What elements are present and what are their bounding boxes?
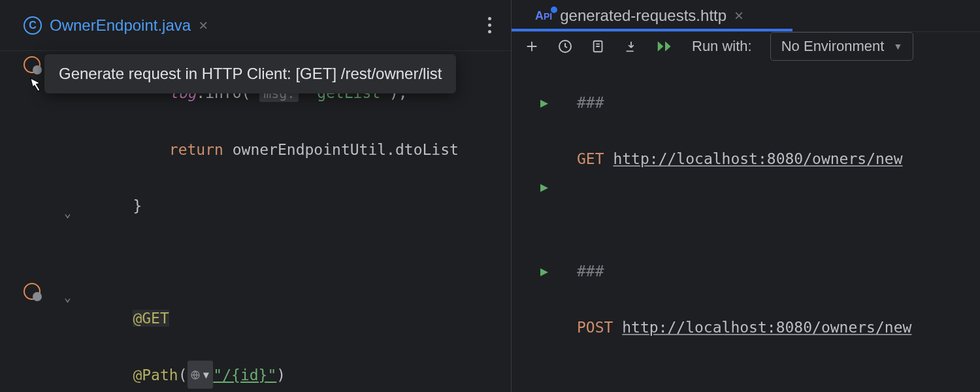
close-icon[interactable]: × bbox=[199, 16, 208, 35]
http-code-area[interactable]: ### GET http://localhost:8080/owners/new… bbox=[577, 61, 980, 392]
run-request-button[interactable]: ▶ bbox=[540, 257, 548, 286]
code-line bbox=[97, 248, 511, 276]
history-button[interactable] bbox=[557, 39, 573, 54]
code-line: ### bbox=[577, 89, 980, 117]
fold-gutter: ⌄ ⌄ bbox=[51, 51, 90, 392]
code-line: POST http://localhost:8080/owners/new bbox=[577, 314, 980, 342]
tab-title: generated-requests.http bbox=[560, 7, 727, 25]
java-class-icon: C bbox=[24, 16, 42, 35]
http-api-icon: API bbox=[535, 9, 552, 23]
code-area[interactable]: log.info( msg: "getList"); return ownerE… bbox=[90, 51, 511, 392]
left-tab-bar: C OwnerEndpoint.java × bbox=[0, 0, 511, 51]
code-line: return ownerEndpointUtil.dtoList bbox=[97, 136, 511, 164]
close-icon[interactable]: × bbox=[734, 7, 743, 25]
gutter-tooltip: Generate request in HTTP Client: [GET] /… bbox=[44, 54, 456, 93]
gutter bbox=[0, 51, 51, 392]
tab-title: OwnerEndpoint.java bbox=[50, 16, 191, 35]
right-editor-pane: API generated-requests.http × Run with: … bbox=[512, 0, 980, 392]
java-editor[interactable]: ⌄ ⌄ log.info( msg: "getList"); return ow… bbox=[0, 51, 511, 392]
code-line bbox=[577, 201, 980, 229]
chevron-down-icon[interactable]: ⌄ bbox=[64, 283, 71, 311]
code-line: ### bbox=[577, 257, 980, 286]
endpoint-gutter-icon[interactable] bbox=[24, 56, 41, 73]
code-line bbox=[577, 370, 980, 392]
endpoint-gutter-icon[interactable] bbox=[24, 283, 41, 300]
run-with-label: Run with: bbox=[692, 38, 752, 55]
chevron-down-icon: ▼ bbox=[893, 41, 902, 52]
import-button[interactable] bbox=[624, 39, 638, 54]
environment-select[interactable]: No Environment ▼ bbox=[770, 32, 914, 61]
left-editor-pane: C OwnerEndpoint.java × ⌄ ⌄ log.info( msg… bbox=[0, 0, 512, 392]
right-tab-bar: API generated-requests.http × bbox=[512, 0, 980, 32]
http-editor[interactable]: ▶ ▶ ▶ ### GET http://localhost:8080/owne… bbox=[512, 61, 980, 392]
examples-button[interactable] bbox=[591, 39, 606, 54]
tab-options-menu[interactable] bbox=[488, 17, 491, 33]
code-line: @GET bbox=[97, 304, 511, 333]
active-tab-indicator bbox=[512, 29, 792, 31]
url-mapping-hint-icon[interactable]: ▾ bbox=[188, 361, 214, 389]
add-request-button[interactable] bbox=[525, 39, 539, 54]
code-line: } bbox=[97, 192, 511, 220]
tab-generated-requests[interactable]: API generated-requests.http × bbox=[525, 0, 754, 31]
code-line: GET http://localhost:8080/owners/new bbox=[577, 145, 980, 173]
code-line: @Path(▾"/{id}") bbox=[97, 361, 511, 389]
pointer-cursor-icon bbox=[27, 76, 44, 100]
http-toolbar: Run with: No Environment ▼ bbox=[512, 32, 980, 61]
tab-owner-endpoint[interactable]: C OwnerEndpoint.java × bbox=[13, 10, 218, 41]
http-gutter: ▶ ▶ ▶ bbox=[512, 61, 577, 392]
chevron-down-icon[interactable]: ⌄ bbox=[64, 199, 71, 227]
run-request-button[interactable]: ▶ bbox=[540, 89, 548, 117]
run-request-button[interactable]: ▶ bbox=[540, 173, 548, 201]
run-all-button[interactable] bbox=[657, 39, 674, 54]
